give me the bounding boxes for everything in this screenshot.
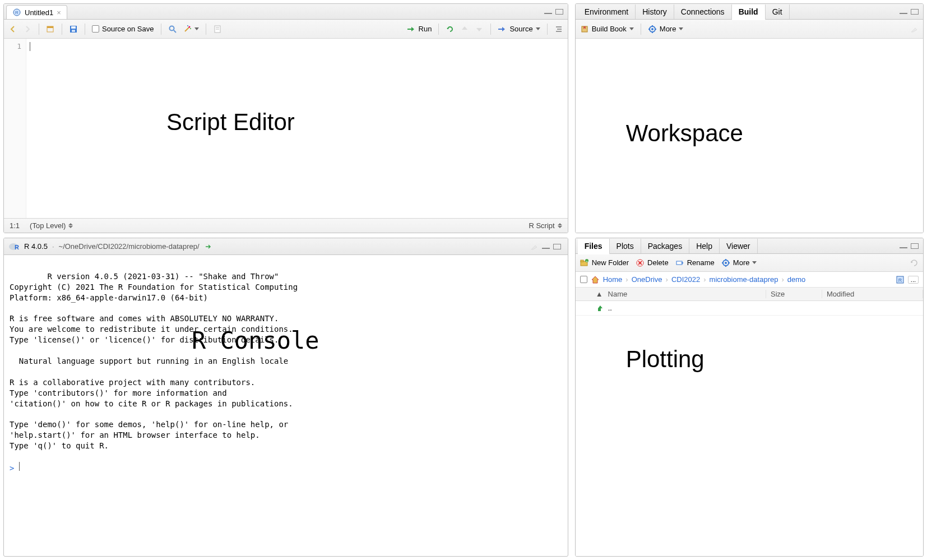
console-body[interactable]: R version 4.0.5 (2021-03-31) -- "Shake a… (4, 255, 568, 556)
forward-button[interactable] (23, 25, 32, 34)
tab-packages[interactable]: Packages (641, 239, 689, 253)
svg-text:R: R (898, 277, 902, 283)
maximize-pane-icon[interactable] (911, 243, 919, 249)
path-ellipsis[interactable]: ... (908, 276, 919, 284)
maximize-pane-icon[interactable] (553, 244, 561, 249)
chevron-down-icon (194, 27, 199, 30)
editor-tab-untitled1[interactable]: R Untitled1 × (6, 5, 67, 19)
files-toolbar: + New Folder Delete Rename More (576, 254, 923, 272)
env-tabbar: Environment History Connections Build Gi… (576, 4, 923, 20)
updown-icon (558, 223, 562, 228)
rename-button[interactable]: Rename (675, 258, 715, 267)
breadcrumb-onedrive[interactable]: OneDrive (632, 275, 662, 284)
line-gutter: 1 (4, 39, 26, 218)
tab-build[interactable]: Build (732, 4, 766, 20)
minimize-pane-icon[interactable] (900, 13, 907, 14)
tab-plots[interactable]: Plots (610, 239, 641, 253)
source-button[interactable]: Source (498, 25, 540, 34)
files-breadcrumb: Home › OneDrive › CDI2022 › microbiome-d… (576, 272, 923, 288)
svg-line-9 (185, 27, 189, 31)
delete-button[interactable]: Delete (636, 258, 669, 267)
svg-text:R: R (15, 244, 19, 251)
minimize-pane-icon[interactable] (900, 247, 907, 248)
col-size[interactable]: Size (766, 290, 822, 298)
maximize-pane-icon[interactable] (911, 9, 919, 15)
text-cursor (19, 462, 20, 471)
svg-text:R: R (15, 10, 18, 15)
source-on-save-checkbox[interactable]: Source on Save (92, 25, 154, 33)
goto-dir-icon[interactable] (204, 242, 213, 251)
find-button[interactable] (168, 25, 177, 34)
scope-selector[interactable]: (Top Level) (30, 221, 73, 230)
tab-viewer[interactable]: Viewer (720, 239, 758, 253)
editor-statusbar: 1:1 (Top Level) R Script (4, 218, 568, 233)
save-button[interactable] (69, 25, 78, 34)
breadcrumb-home[interactable]: Home (603, 275, 623, 284)
chevron-down-icon (536, 27, 540, 30)
breadcrumb-cdi2022[interactable]: CDI2022 (671, 275, 700, 284)
sort-asc-icon: ▲ (596, 290, 603, 298)
build-toolbar: Build Book More (576, 20, 923, 39)
files-table-head: ▲ Name Size Modified (576, 288, 923, 301)
home-icon[interactable] (591, 275, 600, 284)
files-tabbar: Files Plots Packages Help Viewer (576, 238, 923, 254)
updown-icon (68, 223, 73, 228)
report-button[interactable] (213, 25, 222, 34)
tab-history[interactable]: History (636, 4, 674, 19)
run-button[interactable]: Run (407, 25, 432, 34)
rerun-button[interactable] (446, 25, 455, 34)
clear-console-icon[interactable] (530, 242, 539, 251)
magic-wand-button[interactable] (183, 25, 199, 34)
parent-dir-row[interactable]: .. (576, 301, 923, 316)
text-cursor (30, 42, 30, 51)
minimize-pane-icon[interactable] (542, 248, 550, 249)
code-area[interactable] (26, 39, 568, 218)
more-build-button[interactable]: More (648, 25, 684, 34)
tab-connections[interactable]: Connections (674, 4, 732, 19)
show-in-new-window-button[interactable] (46, 25, 55, 34)
svg-point-39 (725, 262, 727, 264)
file-type-selector[interactable]: R Script (529, 221, 562, 230)
chevron-down-icon (629, 27, 634, 30)
environment-pane: Environment History Connections Build Gi… (575, 3, 924, 233)
r-version: R 4.0.5 (24, 242, 48, 251)
tab-git[interactable]: Git (766, 4, 790, 19)
files-body: .. Plotting (576, 301, 923, 556)
svg-line-8 (174, 30, 176, 33)
back-button[interactable] (8, 25, 17, 34)
new-folder-button[interactable]: + New Folder (580, 258, 629, 267)
minimize-pane-icon[interactable] (544, 13, 552, 14)
maximize-pane-icon[interactable] (555, 9, 563, 15)
outline-button[interactable] (554, 25, 563, 34)
col-name[interactable]: ▲ Name (591, 290, 766, 298)
clear-build-icon[interactable] (910, 25, 919, 34)
svg-point-12 (190, 28, 191, 29)
build-book-button[interactable]: Build Book (580, 25, 634, 34)
console-pane: R R 4.0.5 · ~/OneDrive/CDI2022/microbiom… (3, 238, 568, 557)
go-down-button[interactable] (475, 25, 484, 34)
go-up-button[interactable] (460, 25, 469, 34)
tab-files[interactable]: Files (578, 239, 610, 254)
editor-toolbar: Source on Save Run (4, 20, 568, 39)
select-all-checkbox[interactable] (580, 276, 587, 283)
overlay-plotting: Plotting (626, 346, 704, 373)
breadcrumb-microbiome[interactable]: microbiome-dataprep (710, 275, 778, 284)
console-header: R R 4.0.5 · ~/OneDrive/CDI2022/microbiom… (4, 238, 568, 255)
up-arrow-icon (596, 304, 605, 313)
rproj-icon[interactable]: R (896, 275, 905, 284)
svg-point-11 (187, 25, 188, 26)
tab-environment[interactable]: Environment (578, 4, 636, 19)
refresh-files-icon[interactable] (910, 258, 919, 267)
chevron-right-icon: › (625, 275, 628, 284)
breadcrumb-demo[interactable]: demo (787, 275, 806, 284)
tab-help[interactable]: Help (689, 239, 720, 253)
svg-rect-31 (581, 260, 583, 262)
svg-rect-3 (47, 26, 53, 28)
col-modified[interactable]: Modified (822, 290, 923, 298)
svg-point-25 (651, 28, 653, 30)
files-pane: Files Plots Packages Help Viewer + New F… (575, 238, 924, 557)
chevron-down-icon (752, 261, 757, 264)
editor-body[interactable]: 1 Script Editor (4, 39, 568, 218)
more-files-button[interactable]: More (721, 258, 757, 267)
close-tab-icon[interactable]: × (57, 8, 61, 17)
